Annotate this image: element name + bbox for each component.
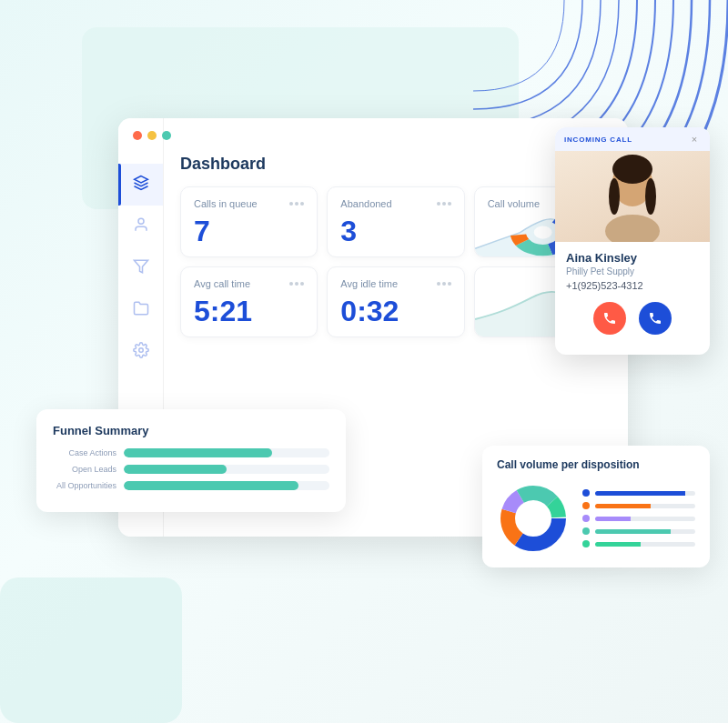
funnel-bar-fill-2 bbox=[124, 465, 227, 474]
metric-calltime-menu[interactable] bbox=[289, 282, 304, 286]
incoming-label: INCOMING CALL bbox=[564, 136, 632, 144]
incoming-call-close-button[interactable]: × bbox=[688, 133, 701, 146]
funnel-bar-fill-1 bbox=[124, 448, 272, 457]
layers-icon bbox=[133, 175, 149, 195]
funnel-title: Funnel Summary bbox=[53, 424, 329, 437]
dot3 bbox=[448, 202, 451, 206]
legend-dot-1 bbox=[582, 489, 590, 497]
dot2 bbox=[295, 202, 298, 206]
legend-item-2 bbox=[582, 502, 695, 509]
legend-items bbox=[582, 489, 695, 547]
caller-photo bbox=[555, 151, 710, 242]
caller-name: Aina Kinsley bbox=[566, 251, 699, 265]
funnel-bar-bg-2 bbox=[124, 465, 329, 474]
metric-avg-idle-time: Avg idle time 0:32 bbox=[327, 266, 464, 337]
window-maximize-dot[interactable] bbox=[162, 131, 171, 140]
dot2 bbox=[442, 282, 446, 286]
dot1 bbox=[289, 282, 293, 286]
metric-abandoned-value: 3 bbox=[340, 216, 450, 246]
funnel-label-open-leads: Open Leads bbox=[53, 465, 116, 474]
dot2 bbox=[442, 202, 446, 206]
window-controls bbox=[133, 131, 171, 140]
svg-point-12 bbox=[605, 215, 660, 242]
sidebar-item-users[interactable] bbox=[118, 206, 163, 247]
metric-abandoned-label: Abandoned bbox=[340, 198, 391, 209]
funnel-label-case-actions: Case Actions bbox=[53, 448, 116, 457]
caller-company: Philly Pet Supply bbox=[566, 266, 699, 276]
incoming-call-card: INCOMING CALL × Aina Kinsley Philly Pet … bbox=[555, 127, 710, 355]
metric-calls-in-queue: Calls in queue 7 bbox=[180, 186, 318, 257]
gear-icon bbox=[133, 342, 149, 362]
svg-point-1 bbox=[138, 218, 144, 224]
sidebar-item-filter[interactable] bbox=[118, 247, 163, 289]
metric-idletime-menu[interactable] bbox=[437, 282, 451, 286]
funnel-bar-fill-3 bbox=[124, 481, 298, 490]
svg-point-10 bbox=[609, 178, 620, 215]
user-icon bbox=[133, 216, 149, 236]
dot3 bbox=[300, 282, 304, 286]
metric-calls-value: 7 bbox=[194, 216, 304, 246]
legend-item-3 bbox=[582, 515, 695, 522]
legend-item-5 bbox=[582, 540, 695, 547]
funnel-label-all-opps: All Opportunities bbox=[53, 481, 116, 490]
funnel-rows: Case Actions Open Leads All Opportunitie… bbox=[53, 448, 329, 490]
legend-bar-4 bbox=[595, 529, 695, 534]
window-minimize-dot[interactable] bbox=[147, 131, 157, 140]
legend-bar-5 bbox=[595, 542, 695, 547]
sidebar-item-settings[interactable] bbox=[118, 331, 163, 373]
legend-dot-4 bbox=[582, 527, 590, 535]
svg-point-18 bbox=[517, 502, 549, 534]
metric-calltime-value: 5:21 bbox=[194, 296, 304, 326]
page-title: Dashboard bbox=[180, 155, 612, 174]
svg-marker-0 bbox=[134, 176, 147, 184]
svg-marker-2 bbox=[134, 260, 147, 273]
caller-info: Aina Kinsley Philly Pet Supply +1(925)52… bbox=[555, 242, 710, 355]
funnel-summary-card: Funnel Summary Case Actions Open Leads A… bbox=[36, 409, 346, 512]
dot1 bbox=[289, 202, 293, 206]
funnel-bar-bg-1 bbox=[124, 448, 329, 457]
metric-calltime-header: Avg call time bbox=[194, 278, 304, 289]
dot3 bbox=[448, 282, 451, 286]
call-actions bbox=[566, 302, 699, 346]
donut-chart bbox=[497, 482, 570, 555]
svg-point-7 bbox=[533, 226, 551, 238]
metric-calltime-label: Avg call time bbox=[194, 278, 250, 289]
metrics-grid: Calls in queue 7 Abandoned bbox=[180, 186, 612, 337]
disposition-content bbox=[497, 482, 695, 555]
metric-calls-label: Calls in queue bbox=[194, 198, 258, 209]
metric-abandoned-header: Abandoned bbox=[340, 198, 450, 209]
sidebar-item-files[interactable] bbox=[118, 289, 163, 331]
legend-dot-5 bbox=[582, 540, 590, 547]
metric-calls-header: Calls in queue bbox=[194, 198, 304, 209]
funnel-bar-bg-3 bbox=[124, 481, 329, 490]
folder-icon bbox=[133, 300, 149, 320]
call-decline-button[interactable] bbox=[593, 302, 626, 335]
call-accept-button[interactable] bbox=[639, 302, 672, 335]
funnel-row-case-actions: Case Actions bbox=[53, 448, 329, 457]
legend-dot-3 bbox=[582, 515, 590, 522]
dot2 bbox=[295, 282, 298, 286]
funnel-row-all-opps: All Opportunities bbox=[53, 481, 329, 490]
legend-bar-1 bbox=[595, 491, 695, 496]
teal-corner-decoration bbox=[0, 577, 182, 723]
metric-calls-menu[interactable] bbox=[289, 202, 304, 206]
window-close-dot[interactable] bbox=[133, 131, 142, 140]
svg-point-3 bbox=[138, 348, 143, 353]
metric-idletime-value: 0:32 bbox=[340, 296, 450, 326]
metric-avg-call-time: Avg call time 5:21 bbox=[180, 266, 318, 337]
metric-idletime-label: Avg idle time bbox=[340, 278, 398, 289]
legend-item-1 bbox=[582, 489, 695, 497]
funnel-row-open-leads: Open Leads bbox=[53, 465, 329, 474]
dot1 bbox=[437, 202, 440, 206]
legend-dot-2 bbox=[582, 502, 590, 509]
metric-abandoned-menu[interactable] bbox=[437, 202, 451, 206]
dot3 bbox=[300, 202, 304, 206]
svg-point-11 bbox=[645, 178, 656, 215]
incoming-call-header: INCOMING CALL × bbox=[555, 127, 710, 151]
sidebar-item-dashboard[interactable] bbox=[118, 164, 163, 206]
svg-point-9 bbox=[612, 155, 652, 184]
legend-bar-3 bbox=[595, 517, 695, 521]
legend-item-4 bbox=[582, 527, 695, 535]
dot1 bbox=[437, 282, 440, 286]
metric-abandoned: Abandoned 3 bbox=[327, 186, 464, 257]
